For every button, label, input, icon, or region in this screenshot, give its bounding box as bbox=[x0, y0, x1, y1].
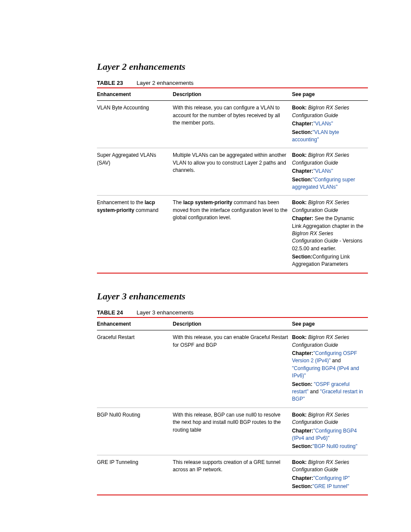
table23-number: TABLE 23 bbox=[97, 80, 123, 86]
seepage-cell: Book: BigIron RX Series Configuration Gu… bbox=[292, 408, 368, 455]
table-row: Enhancement to the lacp system-priority … bbox=[97, 196, 368, 273]
join-text: and bbox=[308, 389, 320, 395]
table24-number: TABLE 24 bbox=[97, 309, 123, 316]
table23-caption: Layer 2 enhancements bbox=[137, 80, 193, 86]
chapter-label: Chapter: bbox=[292, 475, 313, 481]
table-row: GRE IP Tunneling This release supports c… bbox=[97, 455, 368, 495]
table23-label: TABLE 23 Layer 2 enhancements bbox=[97, 79, 368, 88]
chapter-link[interactable]: "Configuring IP" bbox=[313, 475, 350, 481]
description-cell: With this release, you can enable Gracef… bbox=[173, 330, 292, 408]
description-cell: The lacp system-priority command has bee… bbox=[173, 196, 292, 273]
seepage-cell: Book: BigIron RX Series Configuration Gu… bbox=[292, 196, 368, 273]
book-label: Book: bbox=[292, 412, 307, 418]
table24-col-description: Description bbox=[173, 317, 292, 330]
book-label: Book: bbox=[292, 105, 307, 111]
seepage-cell: Book: BigIron RX Series Configuration Gu… bbox=[292, 455, 368, 495]
description-cell: Multiple VLANs can be aggregated within … bbox=[173, 148, 292, 196]
section-label: Section: bbox=[292, 483, 312, 489]
chapter-label: Chapter: bbox=[292, 121, 313, 127]
enhancement-cell: GRE IP Tunneling bbox=[97, 455, 173, 495]
table24-caption: Layer 3 enhancements bbox=[137, 309, 193, 316]
table24-col-seepage: See page bbox=[292, 317, 368, 330]
enh-post: command bbox=[134, 207, 159, 213]
seepage-cell: Book: BigIron RX Series Configuration Gu… bbox=[292, 101, 368, 148]
table-row: Graceful Restart With this release, you … bbox=[97, 330, 368, 408]
join-text: and bbox=[331, 358, 341, 364]
enhancement-cell: BGP Null0 Routing bbox=[97, 408, 173, 455]
chapter-label: Chapter: bbox=[292, 215, 313, 221]
chapter-link[interactable]: "Configuring BGP4 (IPv4 and IPv6)" bbox=[292, 365, 359, 379]
description-cell: This release supports creation of a GRE … bbox=[173, 455, 292, 495]
section-label: Section: bbox=[292, 254, 312, 260]
chapter-text-italic: BigIron RX Series Configuration Guide bbox=[292, 230, 338, 244]
table23-col-seepage: See page bbox=[292, 88, 368, 101]
description-cell: With this release, BGP can use null0 to … bbox=[173, 408, 292, 455]
seepage-cell: Book: BigIron RX Series Configuration Gu… bbox=[292, 148, 368, 196]
table23-col-description: Description bbox=[173, 88, 292, 101]
section-link[interactable]: "GRE IP tunnel" bbox=[312, 483, 349, 489]
page: Layer 2 enhancements TABLE 23 Layer 2 en… bbox=[0, 0, 411, 532]
book-label: Book: bbox=[292, 152, 307, 158]
section-label: Section: bbox=[292, 129, 312, 135]
table24: Enhancement Description See page Gracefu… bbox=[97, 317, 368, 495]
chapter-label: Chapter: bbox=[292, 168, 313, 174]
chapter-label: Chapter: bbox=[292, 428, 313, 434]
table-row: BGP Null0 Routing With this release, BGP… bbox=[97, 408, 368, 455]
desc-bold: lacp system-priority bbox=[183, 199, 232, 205]
section-heading-layer3: Layer 3 enhancements bbox=[97, 290, 368, 303]
section-label: Section: bbox=[292, 443, 312, 449]
chapter-link[interactable]: "VLANs" bbox=[313, 168, 333, 174]
desc-pre: The bbox=[173, 199, 183, 205]
enhancement-cell: VLAN Byte Accounting bbox=[97, 101, 173, 148]
table23-col-enhancement: Enhancement bbox=[97, 88, 173, 101]
seepage-cell: Book: BigIron RX Series Configuration Gu… bbox=[292, 330, 368, 408]
section-label: Section: bbox=[292, 177, 312, 183]
enhancement-cell: Graceful Restart bbox=[97, 330, 173, 408]
book-label: Book: bbox=[292, 459, 307, 465]
description-cell: With this release, you can configure a V… bbox=[173, 101, 292, 148]
chapter-link[interactable]: "VLANs" bbox=[313, 121, 333, 127]
section-link[interactable]: "BGP Null0 routing" bbox=[312, 443, 357, 449]
table24-label: TABLE 24 Layer 3 enhancements bbox=[97, 309, 368, 317]
enhancement-cell: Enhancement to the lacp system-priority … bbox=[97, 196, 173, 273]
enhancement-cell: Super Aggregated VLANs (SAV) bbox=[97, 148, 173, 196]
table23: Enhancement Description See page VLAN By… bbox=[97, 87, 368, 274]
section-heading-layer2: Layer 2 enhancements bbox=[97, 60, 368, 73]
book-label: Book: bbox=[292, 334, 307, 340]
section-label: Section: bbox=[292, 381, 312, 387]
chapter-label: Chapter: bbox=[292, 350, 313, 356]
table-row: Super Aggregated VLANs (SAV) Multiple VL… bbox=[97, 148, 368, 196]
table24-col-enhancement: Enhancement bbox=[97, 317, 173, 330]
enh-pre: Enhancement to the bbox=[97, 199, 145, 205]
book-label: Book: bbox=[292, 199, 307, 205]
table-row: VLAN Byte Accounting With this release, … bbox=[97, 101, 368, 148]
